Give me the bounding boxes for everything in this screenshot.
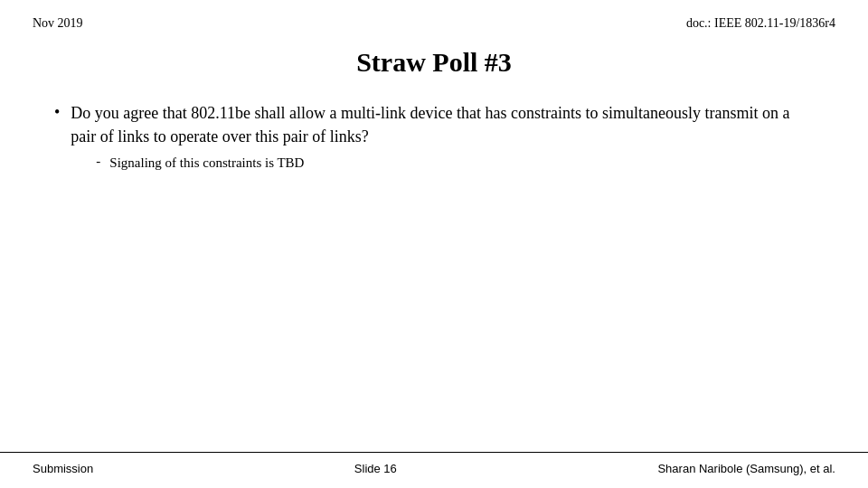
sub-bullet: - Signaling of this constraints is TBD bbox=[96, 154, 814, 173]
footer: Submission Slide 16 Sharan Naribole (Sam… bbox=[0, 452, 868, 488]
header: Nov 2019 doc.: IEEE 802.11-19/1836r4 bbox=[0, 0, 868, 31]
title-section: Straw Poll #3 bbox=[0, 31, 868, 87]
header-date: Nov 2019 bbox=[33, 16, 83, 31]
slide: Nov 2019 doc.: IEEE 802.11-19/1836r4 Str… bbox=[0, 0, 868, 488]
slide-title: Straw Poll #3 bbox=[33, 47, 835, 78]
content-section: • Do you agree that 802.11be shall allow… bbox=[0, 87, 868, 452]
footer-author: Sharan Naribole (Samsung), et al. bbox=[657, 462, 835, 475]
sub-bullet-dash: - bbox=[96, 154, 100, 169]
sub-bullet-text: Signaling of this constraints is TBD bbox=[109, 154, 304, 173]
header-doc-id: doc.: IEEE 802.11-19/1836r4 bbox=[686, 16, 835, 31]
bullet-text: Do you agree that 802.11be shall allow a… bbox=[71, 104, 789, 145]
footer-submission: Submission bbox=[33, 462, 93, 475]
footer-slide-number: Slide 16 bbox=[354, 462, 397, 475]
bullet-dot: • bbox=[54, 103, 60, 122]
bullet-item: • Do you agree that 802.11be shall allow… bbox=[54, 101, 814, 173]
